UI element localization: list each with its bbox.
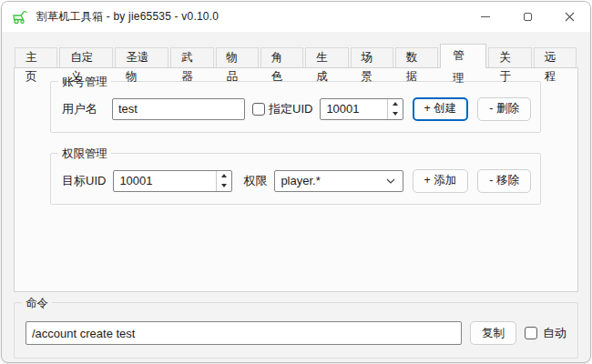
titlebar: 割草机工具箱 - by jie65535 - v0.10.0	[2, 2, 590, 32]
command-groupbox-legend: 命令	[22, 296, 52, 311]
spinner-up-icon	[221, 174, 227, 177]
tab-5[interactable]: 角色	[260, 47, 303, 67]
specify-uid-checkbox[interactable]	[252, 103, 265, 116]
account-groupbox-legend: 账号管理	[58, 75, 111, 90]
target-uid-spinner[interactable]: 10001	[113, 170, 232, 192]
tab-8[interactable]: 数据	[395, 47, 438, 67]
target-uid-spinner-buttons	[216, 171, 231, 191]
permission-select-value: player.*	[281, 174, 385, 187]
command-groupbox: 命令 复制 自动	[14, 302, 578, 359]
combobox-chevron-down-icon	[386, 178, 395, 184]
tab-7[interactable]: 场景	[351, 47, 393, 67]
tab-4[interactable]: 物品	[216, 47, 259, 67]
copy-command-button[interactable]: 复制	[470, 321, 516, 345]
tab-strip: 主页自定义圣遗物武器物品角色生成场景数据管理关于远程	[15, 44, 578, 67]
tab-10[interactable]: 关于	[488, 47, 531, 67]
spinner-up-button[interactable]	[217, 171, 231, 181]
window-controls	[464, 2, 590, 32]
username-input[interactable]	[112, 98, 245, 120]
delete-account-button[interactable]: - 删除	[477, 97, 531, 121]
spinner-down-button[interactable]	[388, 109, 403, 119]
tabpage-manage: 账号管理 用户名 指定UID 10001 + 创建 - 删除 权限管理	[14, 67, 578, 292]
spinner-down-button[interactable]	[217, 181, 231, 191]
minimize-icon	[481, 16, 490, 17]
permission-management-groupbox: 权限管理 目标UID 10001 权限 player.* + 添加 - 移除	[50, 153, 541, 205]
add-permission-button[interactable]: + 添加	[413, 169, 469, 193]
create-account-button[interactable]: + 创建	[413, 97, 469, 121]
window-title: 割草机工具箱 - by jie65535 - v0.10.0	[36, 9, 219, 25]
minimize-button[interactable]	[464, 2, 506, 32]
account-management-groupbox: 账号管理 用户名 指定UID 10001 + 创建 - 删除	[50, 81, 541, 133]
auto-checkbox[interactable]	[525, 327, 537, 339]
tab-6[interactable]: 生成	[305, 47, 348, 67]
tab-9[interactable]: 管理	[440, 44, 486, 68]
permission-label: 权限	[243, 173, 267, 189]
lawnmower-app-icon	[12, 10, 29, 25]
close-icon	[565, 12, 575, 22]
permission-select[interactable]: player.*	[274, 170, 403, 192]
tab-2[interactable]: 圣遗物	[115, 47, 168, 67]
target-uid-spinner-value: 10001	[114, 171, 216, 191]
spinner-up-icon	[393, 102, 398, 106]
username-label: 用户名	[62, 101, 97, 117]
auto-label: 自动	[543, 325, 566, 341]
maximize-button[interactable]	[506, 2, 548, 32]
uid-spinner-buttons	[387, 99, 403, 119]
close-button[interactable]	[548, 2, 590, 32]
uid-spinner[interactable]: 10001	[320, 98, 403, 120]
uid-spinner-value: 10001	[321, 99, 386, 119]
specify-uid-label: 指定UID	[269, 101, 312, 117]
tab-1[interactable]: 自定义	[59, 47, 113, 67]
maximize-icon	[524, 13, 532, 21]
tab-3[interactable]: 武器	[170, 47, 213, 67]
remove-permission-button[interactable]: - 移除	[477, 169, 531, 193]
spinner-down-icon	[221, 184, 227, 187]
target-uid-label: 目标UID	[62, 173, 106, 189]
app-window: 割草机工具箱 - by jie65535 - v0.10.0 主页自定义圣遗物武…	[1, 1, 591, 363]
tab-0[interactable]: 主页	[15, 47, 57, 67]
command-input[interactable]	[26, 321, 462, 345]
tab-11[interactable]: 远程	[534, 47, 577, 67]
spinner-down-icon	[393, 112, 398, 116]
spinner-up-button[interactable]	[388, 99, 403, 109]
permission-groupbox-legend: 权限管理	[58, 147, 111, 162]
